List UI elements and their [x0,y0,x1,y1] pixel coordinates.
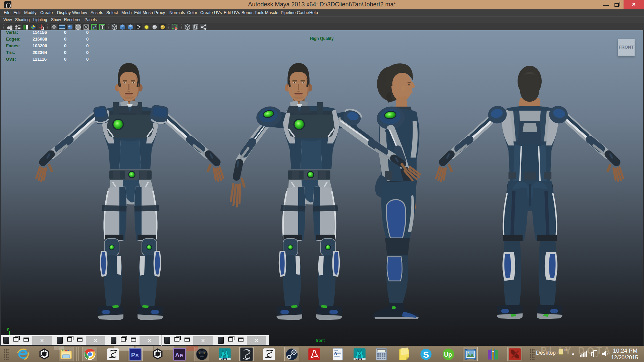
svg-text:MAYA: MAYA [356,358,362,361]
svg-text:Ps: Ps [131,351,139,358]
svg-text:A: A [334,351,338,356]
svg-text:S: S [423,349,429,359]
svg-text:Ae: Ae [175,351,183,358]
svg-text:MAYA: MAYA [221,358,227,361]
svg-text:Up: Up [444,351,452,358]
